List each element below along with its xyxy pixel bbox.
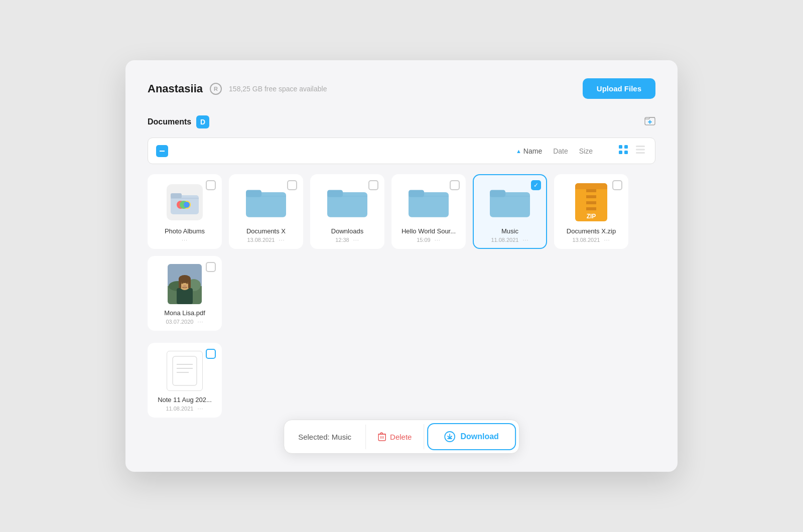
- sort-arrow-icon: ▲: [516, 148, 521, 154]
- file-card-documents-x-zip[interactable]: ZIP Documents X.zip 13.08.2021 ···: [554, 174, 628, 249]
- svg-rect-34: [177, 288, 193, 304]
- checkbox-music[interactable]: ✓: [531, 180, 541, 190]
- sort-name[interactable]: ▲ Name: [516, 147, 542, 155]
- sort-size[interactable]: Size: [579, 147, 593, 155]
- free-space-text: 158,25 GB free space available: [229, 85, 327, 93]
- file-meta-note-aug: 11.08.2021 ···: [155, 406, 215, 412]
- svg-point-41: [183, 285, 186, 287]
- svg-rect-21: [490, 190, 505, 197]
- svg-rect-24: [575, 186, 607, 189]
- file-card-photo-albums[interactable]: Photo Albums ···: [148, 174, 222, 249]
- folder-icon-hello-world: [409, 185, 449, 219]
- select-all-button[interactable]: [156, 145, 168, 157]
- selected-label: Selected: Music: [284, 425, 366, 449]
- breadcrumb-label: Documents: [148, 117, 191, 126]
- checkbox-photo-albums[interactable]: [206, 180, 216, 190]
- file-name-documents-x: Documents X: [236, 227, 296, 235]
- svg-rect-26: [586, 195, 596, 198]
- registered-icon: R: [210, 83, 222, 95]
- svg-rect-6: [636, 149, 645, 151]
- svg-rect-9: [171, 193, 182, 198]
- file-meta-hello-world: 15:09 ···: [398, 237, 459, 243]
- checkbox-hello-world[interactable]: [450, 180, 460, 190]
- svg-rect-5: [636, 146, 645, 147]
- checkbox-documents-x-zip[interactable]: [612, 180, 622, 190]
- svg-rect-42: [173, 356, 197, 385]
- action-bar: Selected: Music Delete Download: [284, 420, 519, 454]
- folder-icon-music: [490, 185, 530, 219]
- toolbar: ▲ Name Date Size: [148, 138, 655, 164]
- breadcrumb: Documents D: [148, 115, 209, 128]
- svg-rect-3: [619, 151, 622, 154]
- file-name-photo-albums: Photo Albums: [155, 227, 215, 235]
- checkbox-mona-lisa[interactable]: [206, 262, 216, 272]
- file-name-music: Music: [480, 227, 540, 235]
- file-name-documents-x-zip: Documents X.zip: [561, 227, 621, 235]
- file-card-downloads[interactable]: Downloads 12:38 ···: [310, 174, 384, 249]
- svg-text:ZIP: ZIP: [587, 213, 596, 220]
- svg-point-39: [181, 283, 184, 284]
- delete-button[interactable]: Delete: [366, 424, 424, 449]
- checkbox-note-aug[interactable]: [206, 349, 216, 359]
- file-meta-music: 11.08.2021 ···: [480, 237, 540, 243]
- add-folder-icon[interactable]: [644, 115, 655, 128]
- file-name-note-aug: Note 11 Aug 202...: [155, 396, 215, 404]
- photo-album-folder-icon: [167, 184, 203, 220]
- header-left: Anastasiia R 158,25 GB free space availa…: [148, 82, 327, 95]
- folder-icon-documents-x: [246, 185, 286, 219]
- file-meta-documents-x: 13.08.2021 ···: [236, 237, 296, 243]
- files-grid-row2: Note 11 Aug 202... 11.08.2021 ···: [148, 343, 655, 418]
- zip-icon: ZIP: [574, 182, 608, 222]
- checkbox-documents-x[interactable]: [287, 180, 297, 190]
- svg-rect-25: [586, 189, 596, 192]
- breadcrumb-row: Documents D: [148, 115, 655, 128]
- file-card-documents-x[interactable]: Documents X 13.08.2021 ···: [229, 174, 303, 249]
- svg-rect-7: [636, 152, 645, 154]
- header: Anastasiia R 158,25 GB free space availa…: [148, 78, 655, 99]
- user-name: Anastasiia: [148, 82, 203, 95]
- sort-date[interactable]: Date: [553, 147, 568, 155]
- svg-rect-46: [378, 434, 385, 441]
- file-meta-downloads: 12:38 ···: [317, 237, 377, 243]
- list-view-button[interactable]: [634, 144, 647, 158]
- svg-rect-38: [188, 279, 191, 288]
- grid-view-button[interactable]: [617, 144, 630, 158]
- file-meta-mona-lisa: 03.07.2020 ···: [155, 319, 215, 325]
- file-meta-documents-x-zip: 13.08.2021 ···: [561, 237, 621, 243]
- svg-rect-1: [619, 145, 622, 149]
- svg-rect-17: [327, 190, 343, 197]
- svg-point-13: [184, 202, 190, 208]
- file-meta-photo-albums: ···: [155, 237, 215, 243]
- svg-rect-4: [624, 151, 628, 154]
- file-card-note-aug[interactable]: Note 11 Aug 202... 11.08.2021 ···: [148, 343, 222, 418]
- app-window: Anastasiia R 158,25 GB free space availa…: [125, 60, 678, 472]
- files-grid: Photo Albums ··· Documents X 13.08.2021 …: [148, 174, 655, 331]
- file-name-hello-world: Hello World Sour...: [398, 227, 459, 235]
- svg-rect-28: [586, 207, 596, 210]
- svg-rect-15: [246, 190, 261, 197]
- note-icon: [167, 351, 203, 391]
- file-name-mona-lisa: Mona Lisa.pdf: [155, 309, 215, 317]
- upload-files-button[interactable]: Upload Files: [583, 78, 655, 99]
- trash-icon: [378, 432, 386, 441]
- view-icons: [617, 144, 647, 158]
- file-card-music[interactable]: ✓ Music 11.08.2021 ···: [473, 174, 547, 249]
- file-card-hello-world[interactable]: Hello World Sour... 15:09 ···: [391, 174, 466, 249]
- checkbox-downloads[interactable]: [368, 180, 378, 190]
- svg-rect-37: [179, 279, 181, 288]
- file-name-downloads: Downloads: [317, 227, 377, 235]
- file-card-mona-lisa[interactable]: Mona Lisa.pdf 03.07.2020 ···: [148, 256, 222, 331]
- svg-rect-19: [409, 190, 424, 197]
- download-button[interactable]: Download: [427, 423, 515, 450]
- mona-lisa-thumbnail: [168, 264, 202, 304]
- svg-rect-2: [624, 145, 628, 149]
- svg-rect-27: [586, 201, 596, 204]
- breadcrumb-icon: D: [196, 115, 209, 128]
- sort-controls: ▲ Name Date Size: [516, 147, 593, 155]
- download-icon: [444, 431, 455, 442]
- folder-icon-downloads: [327, 185, 367, 219]
- svg-point-40: [186, 283, 189, 284]
